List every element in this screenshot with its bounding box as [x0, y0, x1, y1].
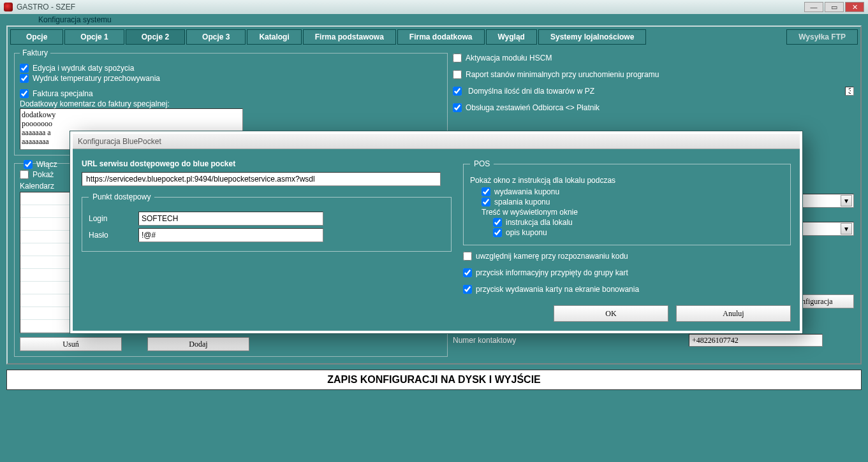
lbl-kamera: uwzględnij kamerę przy rozpoznawaniu kod… [476, 252, 628, 261]
tabs: Opcje Opcje 1 Opcje 2 Opcje 3 Katalogi F… [10, 29, 858, 45]
tab-wysylka-ftp[interactable]: Wysyłka FTP [786, 29, 858, 45]
chevron-down-icon: ▾ [841, 223, 852, 235]
dialog-title: Konfiguracja BluePocket [73, 134, 800, 149]
lbl-pokaz: Pokaż [33, 170, 54, 179]
punkt-dostepowy-legend: Punkt dostępowy [89, 192, 154, 201]
lbl-wlacz: Włącz [36, 160, 57, 169]
input-haslo[interactable] [138, 228, 323, 242]
lbl-odbiorca-platnik: Obsługa zestawień Odbiorca <> Płatnik [466, 103, 600, 112]
input-dni-pz[interactable] [845, 87, 854, 96]
app-icon [4, 3, 13, 11]
label-haslo: Hasło [89, 231, 133, 240]
zapis-wyjscie-button[interactable]: ZAPIS KONFIGURACJI NA DYSK I WYJŚCIE [6, 370, 862, 390]
pos-fieldset: POS Pokaż okno z instrukcją dla lokalu p… [463, 159, 791, 245]
chk-faktura-specjalna[interactable] [20, 89, 29, 98]
ok-button[interactable]: OK [554, 305, 668, 322]
input-numer-kontaktowy[interactable] [689, 334, 823, 347]
window-title: GASTRO - SZEF [17, 3, 75, 11]
usun-button[interactable]: Usuń [20, 337, 122, 351]
tab-opcje[interactable]: Opcje [10, 29, 63, 45]
chk-instrukcja-lokalu[interactable] [493, 218, 502, 227]
chevron-down-icon: ▾ [841, 195, 852, 206]
maximize-button[interactable]: ▭ [825, 2, 844, 12]
dodaj-button[interactable]: Dodaj [147, 337, 249, 351]
lbl-wydawania-kuponu: wydawania kuponu [494, 187, 559, 196]
lbl-spozycie: Edycja i wydruk daty spożycia [33, 64, 134, 73]
tab-opcje2[interactable]: Opcje 2 [126, 29, 185, 45]
lbl-opis-kuponu: opis kuponu [506, 228, 547, 237]
chk-raport-stanow[interactable] [453, 70, 462, 79]
chk-spozycie[interactable] [20, 64, 29, 73]
lbl-przycisk-wydawania: przycisk wydawania karty na ekranie bono… [476, 285, 639, 294]
tab-systemy-lojalnosciowe[interactable]: Systemy lojalnościowe [538, 29, 646, 45]
chk-odbiorca-platnik[interactable] [453, 103, 462, 112]
faktury-legend: Faktury [20, 48, 50, 57]
lbl-raport-stanow: Raport stanów minimalnych przy uruchomie… [466, 70, 659, 79]
chk-kamera[interactable] [463, 252, 472, 261]
anuluj-button[interactable]: Anuluj [676, 305, 791, 322]
chk-hscm[interactable] [453, 54, 462, 62]
chk-wlacz[interactable] [24, 160, 33, 169]
label-numer-kontaktowy: Numer kontaktowy [453, 336, 682, 345]
menubar: Konfiguracja systemu [0, 14, 868, 25]
chk-przycisk-info[interactable] [463, 268, 472, 277]
punkt-dostepowy-fieldset: Punkt dostępowy Login Hasło [82, 192, 452, 252]
titlebar: GASTRO - SZEF — ▭ ✕ [0, 0, 868, 14]
pos-legend: POS [470, 159, 494, 168]
chk-dni-pz[interactable] [453, 87, 462, 96]
tab-firma-podstawowa[interactable]: Firma podstawowa [303, 29, 396, 45]
lbl-temperatura: Wydruk temperatury przechowywania [33, 74, 160, 83]
label-tresc-okna: Treść w wyświetlonym oknie [482, 208, 784, 217]
label-login: Login [89, 214, 133, 223]
chk-pokaz[interactable] [20, 170, 29, 179]
lbl-dni-pz: Domyślna ilość dni dla towarów w PZ [468, 87, 594, 96]
label-url-serwisu: URL serwisu dostępowego do blue pocket [82, 159, 452, 168]
lbl-hscm: Aktywacja modułu HSCM [466, 54, 552, 62]
pos-header: Pokaż okno z instrukcją dla lokalu podcz… [470, 176, 784, 185]
chk-przycisk-wydawania[interactable] [463, 285, 472, 294]
tab-firma-dodatkowa[interactable]: Firma dodatkowa [397, 29, 485, 45]
chk-wydawania-kuponu[interactable] [482, 187, 490, 196]
minimize-button[interactable]: — [804, 2, 823, 12]
menu-item-konfiguracja[interactable]: Konfiguracja systemu [38, 15, 112, 24]
lbl-faktura-specjalna: Faktura specjalna [33, 89, 93, 98]
tab-opcje3[interactable]: Opcje 3 [186, 29, 246, 45]
tab-wyglad[interactable]: Wygląd [486, 29, 537, 45]
lbl-przycisk-info: przycisk informacyjny przypięty do grupy… [476, 268, 628, 277]
tab-katalogi[interactable]: Katalogi [247, 29, 301, 45]
chk-temperatura[interactable] [20, 74, 29, 83]
lbl-spalania-kuponu: spalania kuponu [494, 198, 550, 206]
bluepocket-dialog: Konfiguracja BluePocket URL serwisu dost… [70, 131, 802, 333]
input-url-serwisu[interactable] [82, 172, 441, 186]
label-dodatkowy-komentarz: Dodatkowy komentarz do faktury specjalne… [20, 99, 442, 108]
tab-opcje1[interactable]: Opcje 1 [64, 29, 124, 45]
input-login[interactable] [138, 212, 323, 226]
chk-spalania-kuponu[interactable] [482, 198, 490, 206]
chk-opis-kuponu[interactable] [493, 228, 502, 237]
lbl-instrukcja-lokalu: instrukcja dla lokalu [506, 218, 573, 227]
close-button[interactable]: ✕ [845, 2, 864, 12]
